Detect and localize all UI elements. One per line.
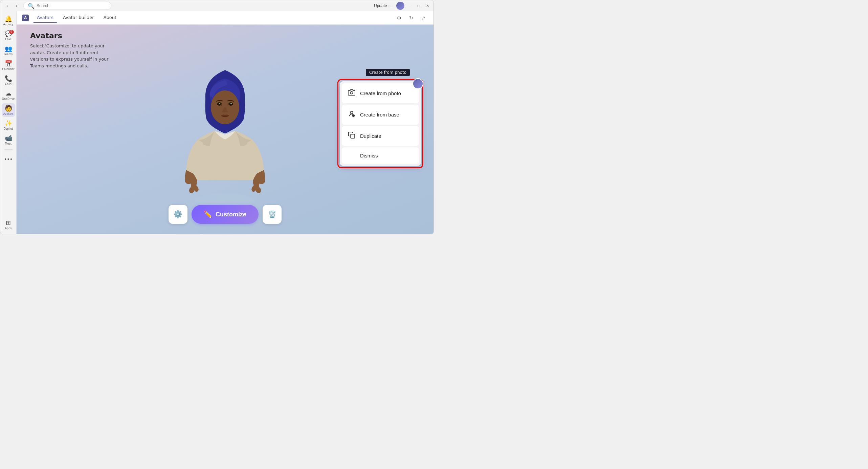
dismiss-button[interactable]: Dismiss — [342, 147, 419, 164]
sidebar-item-more[interactable]: ••• — [2, 152, 15, 166]
maximize-button[interactable]: □ — [415, 2, 422, 9]
svg-rect-11 — [351, 134, 355, 138]
sidebar-label-activity: Activity — [3, 23, 14, 26]
search-bar[interactable]: 🔍 — [23, 2, 111, 10]
create-from-photo-button[interactable]: Create from photo — [342, 83, 419, 103]
minimize-button[interactable]: − — [406, 2, 413, 9]
apps-icon: ⊞ — [6, 219, 11, 226]
camera-icon — [348, 89, 355, 98]
duplicate-button[interactable]: Duplicate — [342, 126, 419, 146]
sidebar-label-copilot: Copilot — [3, 127, 13, 130]
svg-point-9 — [350, 111, 353, 114]
sidebar-item-meet[interactable]: 📹 Meet — [2, 133, 15, 147]
sidebar: 🔔 Activity 💬 Chat 9 👥 Teams 📅 Calendar 📞… — [0, 11, 17, 234]
meet-icon: 📹 — [5, 134, 12, 142]
sidebar-item-onedrive[interactable]: ☁️ OneDrive — [2, 88, 15, 102]
delete-button[interactable]: 🗑️ — [263, 205, 282, 224]
page-title: Avatars — [30, 31, 111, 40]
sidebar-label-onedrive: OneDrive — [2, 98, 15, 101]
customize-label: Customize — [216, 211, 246, 218]
sidebar-label-meet: Meet — [5, 142, 12, 145]
bottom-toolbar: ⚙️ ✏️ Customize 🗑️ — [169, 205, 282, 224]
teams-icon: 👥 — [5, 45, 12, 52]
sidebar-divider — [4, 149, 13, 150]
activity-icon: 🔔 — [5, 15, 12, 22]
popup-menu: Create from photo — [340, 81, 421, 166]
svg-point-7 — [230, 103, 232, 104]
settings-icon-btn[interactable]: ⚙ — [394, 13, 404, 23]
chat-badge: 9 — [9, 30, 14, 34]
avatar-svg — [178, 45, 272, 214]
avatars-icon: 🧑 — [5, 105, 12, 112]
page-description: Select 'Customize' to update your avatar… — [30, 43, 111, 69]
tab-bar-right: ⚙ ↻ ⤢ — [394, 13, 428, 23]
search-icon: 🔍 — [28, 3, 35, 9]
sidebar-label-calls: Calls — [5, 83, 12, 86]
nav-buttons: ‹ › — [3, 2, 21, 10]
search-input[interactable] — [37, 3, 107, 8]
sidebar-item-apps[interactable]: ⊞ Apps — [2, 218, 15, 231]
main-content: Avatars Select 'Customize' to update you… — [17, 25, 433, 234]
sidebar-item-chat[interactable]: 💬 Chat 9 — [2, 29, 15, 42]
reload-icon-btn[interactable]: ↻ — [406, 13, 416, 23]
page-header: Avatars Select 'Customize' to update you… — [30, 31, 111, 69]
calendar-icon: 📅 — [5, 60, 12, 67]
tab-avatar-builder[interactable]: Avatar builder — [59, 13, 98, 23]
app-logo: A — [22, 15, 29, 21]
delete-icon: 🗑️ — [268, 210, 276, 218]
sidebar-item-calls[interactable]: 📞 Calls — [2, 73, 15, 87]
update-button[interactable]: Update ··· — [371, 3, 394, 9]
app-window: ‹ › 🔍 Update ··· − □ ✕ 🔔 Activity 💬 — [0, 0, 434, 234]
create-from-photo-label: Create from photo — [360, 90, 401, 96]
svg-point-6 — [219, 103, 220, 104]
tab-avatars[interactable]: Avatars — [33, 13, 58, 23]
expand-icon-btn[interactable]: ⤢ — [419, 13, 428, 23]
settings-icon: ⚙️ — [173, 210, 182, 219]
sidebar-item-calendar[interactable]: 📅 Calendar — [2, 59, 15, 72]
customize-button[interactable]: ✏️ Customize — [192, 205, 259, 224]
onedrive-icon: ☁️ — [5, 90, 12, 97]
content-area: A Avatars Avatar builder About ⚙ ↻ ⤢ Ava… — [17, 11, 433, 234]
dismiss-label: Dismiss — [360, 153, 378, 158]
sidebar-label-teams: Teams — [4, 53, 13, 56]
sidebar-label-avatars: Avatars — [3, 112, 13, 115]
customize-icon: ✏️ — [204, 210, 212, 218]
create-from-base-button[interactable]: Create from base — [342, 105, 419, 125]
settings-button[interactable]: ⚙️ — [169, 205, 187, 224]
forward-button[interactable]: › — [13, 2, 21, 10]
popup-tooltip: Create from photo — [366, 69, 410, 76]
main-layout: 🔔 Activity 💬 Chat 9 👥 Teams 📅 Calendar 📞… — [0, 11, 433, 234]
popup-profile-circle — [413, 78, 423, 89]
sidebar-item-avatars[interactable]: 🧑 Avatars — [2, 103, 15, 117]
more-icon: ••• — [4, 156, 13, 162]
create-from-base-label: Create from base — [360, 112, 399, 118]
copilot-icon: ✨ — [5, 120, 12, 127]
popup-container: Create from photo — [337, 79, 423, 168]
back-button[interactable]: ‹ — [3, 2, 11, 10]
avatar-figure — [178, 45, 272, 214]
svg-point-8 — [350, 91, 353, 94]
sidebar-label-calendar: Calendar — [2, 68, 15, 71]
title-bar: ‹ › 🔍 Update ··· − □ ✕ — [0, 0, 433, 11]
calls-icon: 📞 — [5, 75, 12, 82]
sidebar-label-chat: Chat — [5, 38, 12, 41]
duplicate-label: Duplicate — [360, 133, 381, 139]
sidebar-item-activity[interactable]: 🔔 Activity — [2, 14, 15, 27]
tab-bar: A Avatars Avatar builder About ⚙ ↻ ⤢ — [17, 11, 433, 25]
sidebar-item-teams[interactable]: 👥 Teams — [2, 44, 15, 57]
tab-about[interactable]: About — [99, 13, 120, 23]
title-bar-right: Update ··· − □ ✕ — [371, 2, 431, 10]
close-button[interactable]: ✕ — [424, 2, 431, 9]
popup-highlight: Create from photo — [337, 79, 423, 168]
duplicate-icon — [348, 131, 355, 141]
sidebar-label-apps: Apps — [5, 227, 12, 230]
user-avatar[interactable] — [396, 2, 404, 10]
title-bar-left: ‹ › 🔍 — [3, 2, 111, 10]
avatar-base-icon — [348, 110, 355, 119]
sidebar-item-copilot[interactable]: ✨ Copilot — [2, 118, 15, 132]
